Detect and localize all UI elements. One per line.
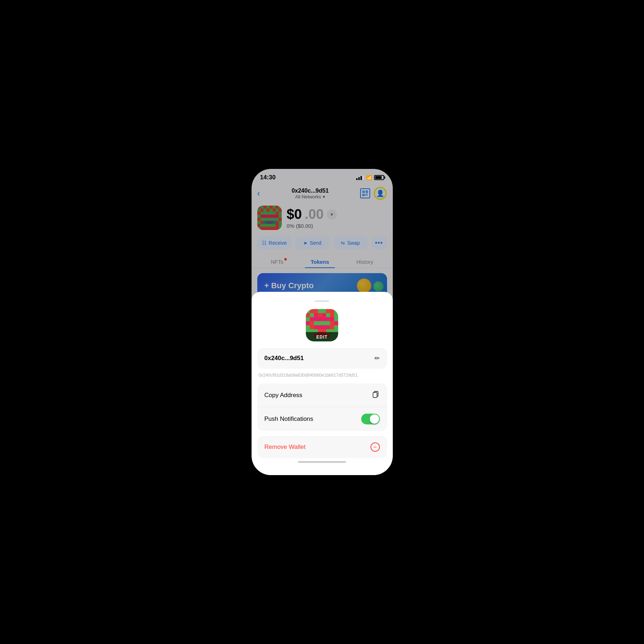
home-indicator — [252, 458, 393, 463]
address-card: 0x240c...9d51 ✏ — [257, 348, 387, 369]
svg-rect-43 — [310, 321, 314, 330]
svg-rect-53 — [326, 309, 334, 313]
edit-label: EDIT — [316, 335, 327, 340]
svg-rect-37 — [314, 313, 318, 317]
sheet-avatar-area: EDIT — [252, 309, 393, 341]
copy-address-row[interactable]: Copy Address — [257, 383, 387, 407]
svg-rect-48 — [314, 325, 330, 329]
svg-rect-52 — [310, 309, 318, 313]
svg-rect-44 — [330, 321, 334, 330]
status-icons: 📶 — [356, 175, 384, 180]
battery-icon — [374, 175, 384, 180]
signal-icon — [356, 175, 364, 180]
svg-rect-45 — [314, 321, 330, 325]
toggle-thumb — [370, 414, 379, 424]
svg-rect-55 — [373, 392, 377, 397]
edit-pencil-icon[interactable]: ✏ — [374, 354, 380, 362]
copy-icon — [371, 390, 380, 400]
svg-rect-47 — [334, 321, 338, 325]
copy-address-label: Copy Address — [264, 392, 303, 399]
status-time: 14:30 — [260, 174, 276, 181]
status-bar: 14:30 📶 — [252, 169, 393, 184]
push-notifications-toggle[interactable] — [361, 414, 380, 424]
svg-rect-42 — [330, 313, 334, 317]
edit-overlay: EDIT — [306, 332, 338, 341]
bottom-sheet: EDIT 0x240c...9d51 ✏ 0x240cf91d318ab9a63… — [252, 292, 393, 475]
home-bar — [298, 461, 346, 463]
wifi-icon: 📶 — [366, 175, 372, 180]
remove-wallet-icon: − — [371, 442, 380, 452]
remove-wallet-card[interactable]: Remove Wallet − — [257, 436, 387, 458]
sheet-handle — [315, 300, 329, 302]
options-card: Copy Address Push Notifications — [257, 383, 387, 431]
full-address: 0x240cf91d318ab9a630d840b60e1bb617d5729d… — [257, 372, 387, 378]
svg-rect-41 — [306, 313, 310, 317]
remove-wallet-label: Remove Wallet — [264, 443, 306, 451]
svg-rect-38 — [322, 313, 326, 317]
push-notifications-label: Push Notifications — [264, 415, 313, 423]
svg-rect-46 — [306, 321, 310, 325]
push-notifications-row[interactable]: Push Notifications — [257, 407, 387, 431]
sheet-address-short: 0x240c...9d51 — [264, 355, 304, 362]
sheet-avatar-image[interactable]: EDIT — [306, 309, 338, 341]
svg-rect-40 — [310, 317, 334, 321]
